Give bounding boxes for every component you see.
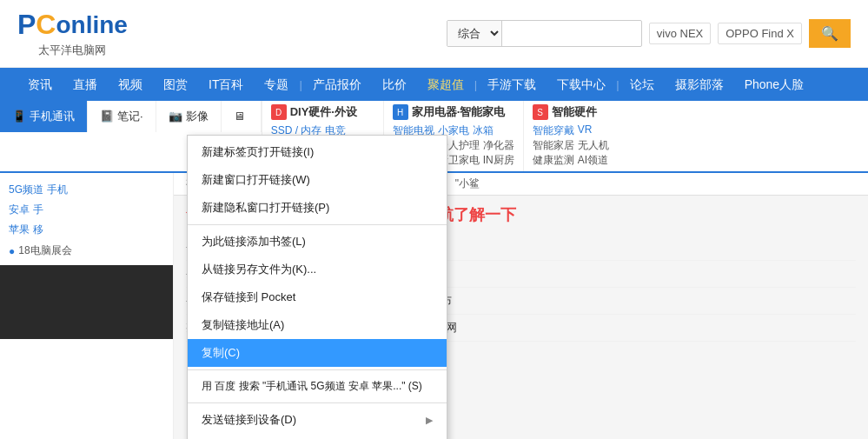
smart-sub-ai[interactable]: AI领道 xyxy=(578,153,608,168)
header: PConline 太平洋电脑网 综合 vivo NEX OPPO Find X … xyxy=(0,0,868,68)
ctx-new-window[interactable]: 新建窗口打开链接(W) xyxy=(188,166,447,194)
home-title: 家用电器·智能家电 xyxy=(412,104,506,120)
sidebar-event-dot: ● xyxy=(9,245,15,257)
smart-icon: S xyxy=(533,104,548,120)
nav-item-wiki[interactable]: IT百科 xyxy=(198,68,254,101)
ctx-copy[interactable]: 复制(C) xyxy=(188,339,447,367)
sidebar-tag-apple[interactable]: 苹果 xyxy=(9,223,30,237)
ctx-arrow-icon: ▶ xyxy=(426,415,433,426)
navbar: 资讯 直播 视频 图赏 IT百科 专题 | 产品报价 比价 聚超值 | 手游下载… xyxy=(0,68,868,101)
left-sidebar: 5G频道 手机 安卓 手 苹果 移 ● 18电脑展会 xyxy=(0,173,174,439)
ctx-save-as[interactable]: 从链接另存文件为(K)... xyxy=(188,256,447,283)
nav-item-news[interactable]: 资讯 xyxy=(17,68,63,101)
logo-c: C xyxy=(36,9,56,41)
cat-tab-notebook[interactable]: 📓 笔记· xyxy=(88,101,156,132)
search-box: 综合 xyxy=(447,20,642,47)
ctx-search[interactable]: 用 百度 搜索 "手机通讯 5G频道 安卓 苹果..." (S) xyxy=(188,373,447,400)
ctx-sep-3 xyxy=(188,402,447,403)
nav-item-compare[interactable]: 比价 xyxy=(372,68,417,101)
nav-item-gallery[interactable]: 图赏 xyxy=(153,68,198,101)
logo: PConline 太平洋电脑网 xyxy=(17,9,128,58)
photo-tab-icon: 📷 xyxy=(169,101,182,132)
phone-tab-icon: 📱 xyxy=(12,101,26,132)
nav-item-downloads[interactable]: 下载中心 xyxy=(547,68,616,101)
monitor-tab-icon: 🖥 xyxy=(234,101,245,132)
ctx-pocket[interactable]: 保存链接到 Pocket xyxy=(188,283,447,311)
smart-link-wear[interactable]: 智能穿戴 xyxy=(533,123,574,138)
smart-sub-health[interactable]: 健康监测 xyxy=(533,153,574,168)
smart-links: 智能穿戴 VR xyxy=(533,123,627,138)
smart-sub-links: 智能家居 无人机 xyxy=(533,138,627,153)
smart-title: 智能硬件 xyxy=(552,104,597,120)
cat-tab-monitor[interactable]: 🖥 xyxy=(222,101,262,132)
nav-item-forum[interactable]: 论坛 xyxy=(620,68,665,101)
nav-item-topics[interactable]: 专题 xyxy=(254,68,299,101)
diy-title: DIY硬件·外设 xyxy=(290,104,357,120)
nav-item-video[interactable]: 视频 xyxy=(108,68,153,101)
ctx-bookmark[interactable]: 为此链接添加书签(L) xyxy=(188,228,447,256)
search-category-select[interactable]: 综合 xyxy=(447,21,502,46)
nav-item-games[interactable]: 手游下载 xyxy=(477,68,547,101)
ctx-view-source[interactable]: 查看选中部分源代码(E) xyxy=(188,434,447,439)
smart-link-vr[interactable]: VR xyxy=(578,123,593,138)
logo-subtitle: 太平洋电脑网 xyxy=(38,43,106,58)
logo-p: P xyxy=(17,9,36,41)
sidebar-tag-android[interactable]: 安卓 xyxy=(9,203,30,217)
nav-item-price[interactable]: 产品报价 xyxy=(302,68,372,101)
sidebar-tag-shou[interactable]: 手 xyxy=(33,203,43,217)
ctx-sep-1 xyxy=(188,224,447,225)
notebook-tab-icon: 📓 xyxy=(100,101,114,132)
smart-sub2-links: 健康监测 AI领道 xyxy=(533,153,627,168)
sidebar-event: ● 18电脑展会 xyxy=(0,240,173,262)
phone-tab-label: 手机通讯 xyxy=(30,101,75,132)
nav-item-photo[interactable]: 摄影部落 xyxy=(665,68,734,101)
ctx-send-device[interactable]: 发送链接到设备(D) ▶ xyxy=(188,406,447,434)
logo-rest: online xyxy=(56,11,127,39)
nav-item-live[interactable]: 直播 xyxy=(63,68,108,101)
search-input[interactable] xyxy=(502,22,641,45)
quick-link-vivo[interactable]: vivo NEX xyxy=(649,23,711,44)
sidebar-tag-yi[interactable]: 移 xyxy=(33,223,43,237)
nav-item-deals[interactable]: 聚超值 xyxy=(417,68,474,101)
smart-sub-drone[interactable]: 无人机 xyxy=(578,138,609,153)
home-sub-inkitchen[interactable]: IN厨房 xyxy=(483,153,514,168)
search-area: 综合 vivo NEX OPPO Find X 🔍 xyxy=(447,19,851,48)
nav-item-phone[interactable]: Phone人脸 xyxy=(734,68,814,101)
context-menu: 新建标签页打开链接(I) 新建窗口打开链接(W) 新建隐私窗口打开链接(P) 为… xyxy=(187,135,447,439)
sidebar-tags-row1: 5G频道 手机 xyxy=(0,180,173,200)
home-sub-purifier[interactable]: 净化器 xyxy=(483,138,514,153)
diy-icon: D xyxy=(271,104,287,120)
cat-tab-phone[interactable]: 📱 手机通讯 xyxy=(0,101,88,132)
ctx-new-tab[interactable]: 新建标签页打开链接(I) xyxy=(188,138,447,166)
sidebar-tags-row2: 安卓 手 xyxy=(0,200,173,220)
ctx-sep-2 xyxy=(188,369,447,370)
smart-sub-home[interactable]: 智能家居 xyxy=(533,138,574,153)
sidebar-event-text: 18电脑展会 xyxy=(18,243,71,258)
ticker-item-3[interactable]: "小鲨 xyxy=(455,176,480,191)
sidebar-tags-row3: 苹果 移 xyxy=(0,220,173,240)
sidebar-tag-5g[interactable]: 5G频道 xyxy=(9,183,43,197)
home-link-fridge[interactable]: 冰箱 xyxy=(473,123,494,138)
notebook-tab-label: 笔记· xyxy=(117,101,143,132)
smart-section: S 智能硬件 智能穿戴 VR 智能家居 无人机 健康监测 AI领道 xyxy=(523,101,636,171)
cat-tab-photo[interactable]: 📷 影像 xyxy=(156,101,222,132)
sidebar-image-placeholder xyxy=(0,265,173,339)
ctx-private-window[interactable]: 新建隐私窗口打开链接(P) xyxy=(188,194,447,222)
search-button[interactable]: 🔍 xyxy=(809,19,851,48)
ctx-copy-link[interactable]: 复制链接地址(A) xyxy=(188,311,447,339)
sidebar-tag-phone[interactable]: 手机 xyxy=(47,183,68,197)
home-icon: H xyxy=(393,104,408,120)
ctx-send-device-label: 发送链接到设备(D) xyxy=(202,412,296,428)
quick-link-oppo[interactable]: OPPO Find X xyxy=(718,23,802,44)
photo-tab-label: 影像 xyxy=(186,101,209,132)
